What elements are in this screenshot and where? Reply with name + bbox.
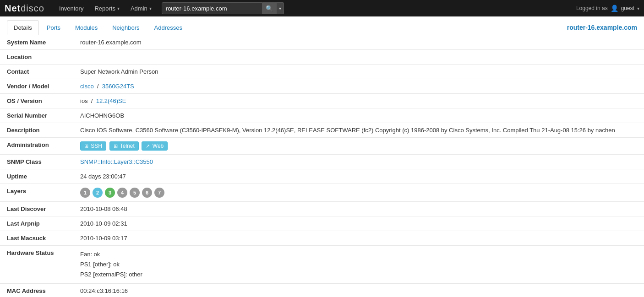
- navbar: Netdisco Inventory Reports ▾ Admin ▾ 🔍 ▾…: [0, 0, 644, 16]
- nav-inventory[interactable]: Inventory: [54, 0, 89, 16]
- field-label: System Name: [0, 35, 73, 50]
- tab-ports[interactable]: Ports: [40, 20, 67, 35]
- hardware-status-ps2: PS2 [externalPS]: other: [80, 270, 637, 280]
- content-area: System Name router-16.example.com Locati…: [0, 35, 644, 297]
- search-input[interactable]: [162, 2, 262, 14]
- field-value: Cisco IOS Software, C3560 Software (C356…: [73, 123, 644, 138]
- layer-3: 3: [105, 188, 115, 198]
- table-row: Last Arpnip 2010-10-09 02:31: [0, 216, 644, 231]
- telnet-button[interactable]: ⊞ Telnet: [109, 141, 139, 151]
- nav-reports[interactable]: Reports ▾: [89, 0, 125, 16]
- table-row: Contact Super Network Admin Person: [0, 65, 644, 79]
- tab-modules[interactable]: Modules: [68, 20, 104, 35]
- table-row: Vendor / Model cisco / 3560G24TS: [0, 79, 644, 94]
- layer-7: 7: [154, 188, 164, 198]
- brand-logo: Netdisco: [5, 3, 44, 14]
- field-value: [73, 50, 644, 65]
- field-value: SNMP::Info::Layer3::C3550: [73, 155, 644, 169]
- field-value: Super Network Admin Person: [73, 65, 644, 79]
- layer-5: 5: [130, 188, 140, 198]
- field-value: AICHOHNG6OB: [73, 108, 644, 123]
- navbar-right: Logged in as 👤 guest ▾: [576, 5, 639, 12]
- field-label: Administration: [0, 138, 73, 155]
- layer-6: 6: [142, 188, 152, 198]
- logged-in-as-label: Logged in as: [576, 5, 608, 11]
- field-label: Last Discover: [0, 202, 73, 216]
- table-row: SNMP Class SNMP::Info::Layer3::C3550: [0, 155, 644, 169]
- tab-neighbors[interactable]: Neighbors: [105, 20, 146, 35]
- field-value: 2010-10-09 02:31: [73, 216, 644, 231]
- model-link[interactable]: 3560G24TS: [102, 83, 134, 90]
- table-row: Location: [0, 50, 644, 65]
- tab-details[interactable]: Details: [7, 20, 39, 35]
- field-label: Hardware Status: [0, 246, 73, 284]
- version-link[interactable]: 12.2(46)SE: [96, 97, 126, 104]
- web-button[interactable]: ↗ Web: [142, 141, 168, 151]
- table-row: MAC Address 00:24:c3:16:16:16: [0, 284, 644, 297]
- guest-dropdown-arrow: ▾: [637, 6, 639, 11]
- table-row: Serial Number AICHOHNG6OB: [0, 108, 644, 123]
- field-label: Last Arpnip: [0, 216, 73, 231]
- table-row: Last Discover 2010-10-08 06:48: [0, 202, 644, 216]
- info-table: System Name router-16.example.com Locati…: [0, 35, 644, 297]
- telnet-icon: ⊞: [114, 143, 118, 149]
- hardware-status: Fan: ok PS1 [other]: ok PS2 [externalPS]…: [80, 249, 637, 280]
- table-row: Hardware Status Fan: ok PS1 [other]: ok …: [0, 246, 644, 284]
- table-row: Description Cisco IOS Software, C3560 So…: [0, 123, 644, 138]
- field-value: 00:24:c3:16:16:16: [73, 284, 644, 297]
- field-value: Fan: ok PS1 [other]: ok PS2 [externalPS]…: [73, 246, 644, 284]
- field-value: 2010-10-09 03:17: [73, 231, 644, 246]
- user-icon: 👤: [611, 5, 618, 12]
- table-row: System Name router-16.example.com: [0, 35, 644, 50]
- admin-dropdown-arrow: ▾: [149, 6, 152, 11]
- search-bar: 🔍 ▾: [162, 2, 284, 14]
- web-icon: ↗: [146, 143, 150, 149]
- layer-1: 1: [80, 188, 90, 198]
- field-value: 1 2 3 4 5 6 7: [73, 184, 644, 202]
- reports-dropdown-arrow: ▾: [117, 6, 120, 11]
- snmp-class-link[interactable]: SNMP::Info::Layer3::C3550: [80, 158, 153, 165]
- search-dropdown-button[interactable]: ▾: [277, 2, 284, 14]
- field-value: 2010-10-08 06:48: [73, 202, 644, 216]
- field-value: cisco / 3560G24TS: [73, 79, 644, 94]
- field-value: 24 days 23:00:47: [73, 169, 644, 184]
- field-label: Uptime: [0, 169, 73, 184]
- field-value: router-16.example.com: [73, 35, 644, 50]
- hardware-status-fan: Fan: ok: [80, 249, 637, 259]
- field-label: OS / Version: [0, 94, 73, 108]
- field-label: SNMP Class: [0, 155, 73, 169]
- table-row: Uptime 24 days 23:00:47: [0, 169, 644, 184]
- nav-admin[interactable]: Admin ▾: [125, 0, 157, 16]
- field-label: Layers: [0, 184, 73, 202]
- table-row: OS / Version ios / 12.2(46)SE: [0, 94, 644, 108]
- table-row: Administration ⊞ SSH ⊞ Telnet ↗ Web: [0, 138, 644, 155]
- table-row: Layers 1 2 3 4 5 6 7: [0, 184, 644, 202]
- ssh-button[interactable]: ⊞ SSH: [80, 141, 106, 151]
- field-label: Contact: [0, 65, 73, 79]
- tab-addresses[interactable]: Addresses: [147, 20, 189, 35]
- field-value: ios / 12.2(46)SE: [73, 94, 644, 108]
- guest-link[interactable]: guest: [621, 5, 634, 11]
- tabs-container: Details Ports Modules Neighbors Addresse…: [0, 16, 644, 35]
- field-label: Last Macsuck: [0, 231, 73, 246]
- field-label: Description: [0, 123, 73, 138]
- vendor-link[interactable]: cisco: [80, 83, 94, 90]
- field-label: Location: [0, 50, 73, 65]
- hardware-status-ps1: PS1 [other]: ok: [80, 259, 637, 270]
- layer-4: 4: [117, 188, 127, 198]
- field-label: Vendor / Model: [0, 79, 73, 94]
- field-label: Serial Number: [0, 108, 73, 123]
- layer-2: 2: [93, 188, 103, 198]
- search-button[interactable]: 🔍: [262, 2, 277, 14]
- field-label: MAC Address: [0, 284, 73, 297]
- layers-container: 1 2 3 4 5 6 7: [80, 188, 637, 198]
- table-row: Last Macsuck 2010-10-09 03:17: [0, 231, 644, 246]
- page-title: router-16.example.com: [567, 24, 637, 31]
- field-value: ⊞ SSH ⊞ Telnet ↗ Web: [73, 138, 644, 155]
- ssh-icon: ⊞: [84, 143, 88, 149]
- os-text: ios: [80, 97, 88, 104]
